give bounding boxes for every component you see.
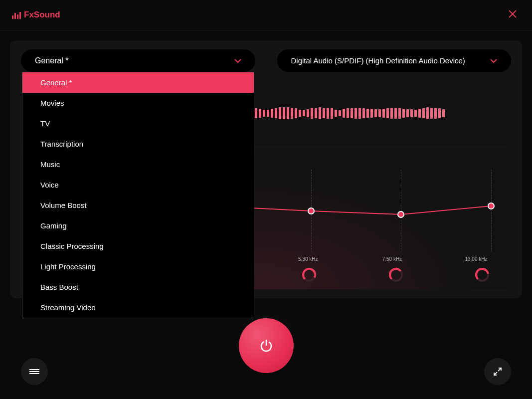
visualizer-bar <box>283 107 285 119</box>
visualizer-bar <box>355 108 357 118</box>
preset-option[interactable]: Streaming Video <box>22 297 254 318</box>
titlebar: FxSound <box>0 0 532 30</box>
visualizer-bar <box>347 108 349 119</box>
svg-point-13 <box>313 270 315 272</box>
preset-option[interactable]: TV <box>22 113 254 134</box>
visualizer-bar <box>398 108 401 119</box>
visualizer-bar <box>291 108 293 119</box>
visualizer-bar <box>366 109 369 118</box>
preset-option[interactable]: Classic Processing <box>22 236 254 256</box>
visualizer-bar <box>434 108 437 119</box>
preset-selected-label: General * <box>35 56 69 65</box>
chevron-down-icon <box>490 57 497 65</box>
visualizer-bar <box>394 108 397 119</box>
bottom-bar <box>0 358 532 385</box>
app-name: FxSound <box>24 10 60 20</box>
visualizer-bar <box>438 108 441 118</box>
preset-dropdown[interactable]: General *MoviesTVTranscriptionMusicVoice… <box>22 72 254 318</box>
hamburger-icon <box>29 368 39 375</box>
visualizer-bar <box>402 109 405 117</box>
eq-band-label: 7.50 kHz <box>377 256 407 262</box>
eq-band-handle[interactable] <box>397 211 404 218</box>
eq-band-handle[interactable] <box>488 202 495 209</box>
visualizer-bar <box>418 109 421 118</box>
visualizer-bar <box>263 110 265 117</box>
eq-band-handle[interactable] <box>308 207 315 214</box>
preset-option[interactable]: Music <box>22 154 254 175</box>
visualizer-bar <box>279 107 281 119</box>
visualizer-bar <box>442 109 445 118</box>
preset-option[interactable]: Light Processing <box>22 256 254 277</box>
visualizer-bar <box>410 109 413 118</box>
visualizer-bar <box>382 109 385 118</box>
visualizer-bar <box>331 108 333 118</box>
visualizer-bar <box>335 110 337 116</box>
visualizer-bar <box>422 108 425 118</box>
preset-option[interactable]: Transcription <box>22 134 254 154</box>
visualizer-bar <box>374 109 377 117</box>
preset-option[interactable]: Volume Boost <box>22 195 254 215</box>
menu-button[interactable] <box>21 358 48 385</box>
visualizer-bar <box>255 108 257 118</box>
close-icon <box>508 9 517 18</box>
preset-option[interactable]: Gaming <box>22 215 254 236</box>
visualizer-bar <box>327 108 329 118</box>
svg-point-16 <box>395 268 397 270</box>
visualizer-bar <box>307 109 309 118</box>
preset-option[interactable]: Voice <box>22 175 254 195</box>
visualizer-bar <box>315 108 317 119</box>
preset-select[interactable]: General * <box>21 49 255 72</box>
collapse-button[interactable] <box>484 358 511 385</box>
visualizer-bar <box>339 110 341 116</box>
visualizer-bar <box>370 109 373 118</box>
preset-option[interactable]: General * <box>22 72 254 93</box>
power-button[interactable] <box>239 318 294 373</box>
svg-point-19 <box>484 268 486 271</box>
visualizer-bar <box>323 108 325 118</box>
visualizer-bar <box>267 110 269 117</box>
app-logo: FxSound <box>12 10 60 20</box>
visualizer-bar <box>271 109 273 118</box>
eq-band-label: 13.00 kHz <box>461 256 491 262</box>
eq-band-knob[interactable] <box>473 266 491 284</box>
preset-option[interactable]: Bass Boost <box>22 277 254 297</box>
visualizer-bar <box>299 110 301 117</box>
visualizer-bar <box>390 108 393 119</box>
chevron-down-icon <box>234 57 241 65</box>
visualizer-bar <box>362 108 365 118</box>
visualizer-bar <box>386 108 389 118</box>
eq-band-knob[interactable] <box>300 266 318 284</box>
visualizer-bar <box>319 107 321 119</box>
visualizer-bar <box>358 108 361 119</box>
visualizer-bar <box>343 109 345 118</box>
output-device-label: Digital Audio (S/PDIF) (High Definition … <box>291 56 465 65</box>
power-icon <box>258 337 275 354</box>
visualizer-bar <box>295 108 297 118</box>
visualizer-bar <box>378 109 381 117</box>
preset-option[interactable]: Movies <box>22 93 254 113</box>
power-button-ring <box>231 310 302 381</box>
collapse-icon <box>493 367 502 376</box>
visualizer-bar <box>430 108 433 119</box>
visualizer-bar <box>426 107 429 119</box>
selector-row: General * Digital Audio (S/PDIF) (High D… <box>21 49 511 72</box>
visualizer-bar <box>275 108 277 118</box>
visualizer-bar <box>287 107 289 119</box>
visualizer-bar <box>414 110 417 117</box>
visualizer-bar <box>406 109 409 117</box>
eq-band-label: 5.30 kHz <box>293 256 323 262</box>
visualizer-bar <box>351 108 353 119</box>
eq-band-knob[interactable] <box>387 266 405 284</box>
output-device-select[interactable]: Digital Audio (S/PDIF) (High Definition … <box>277 49 512 72</box>
close-button[interactable] <box>505 5 520 24</box>
visualizer-bar <box>259 109 261 118</box>
visualizer-bar <box>303 110 305 116</box>
logo-bars-icon <box>12 11 21 19</box>
visualizer-bar <box>311 108 313 119</box>
eq-gridline <box>491 170 492 252</box>
